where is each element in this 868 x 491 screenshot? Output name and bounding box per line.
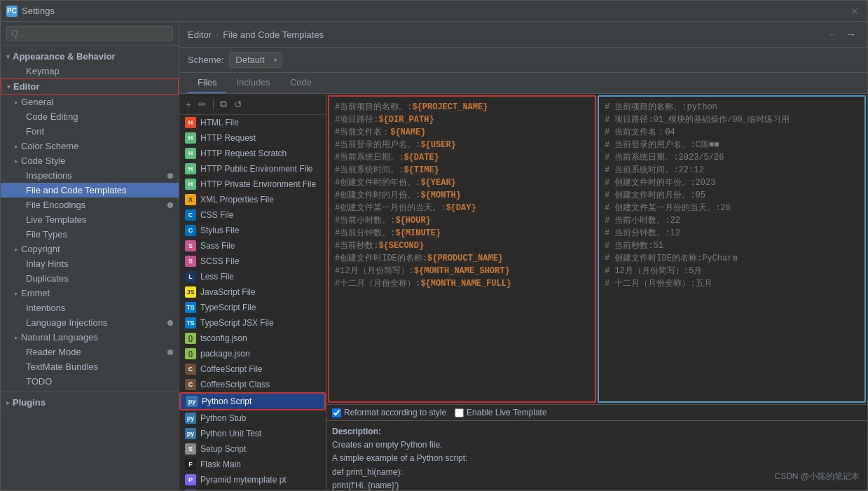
- sidebar-item-natural-languages[interactable]: ▸Natural Languages: [1, 330, 179, 345]
- file-item-python-unit-test[interactable]: pyPython Unit Test: [179, 426, 326, 441]
- live-template-checkbox[interactable]: [455, 408, 464, 417]
- sidebar-item-textmate-bundles[interactable]: TextMate Bundles: [1, 359, 179, 374]
- sidebar-item-keymap[interactable]: Keymap: [1, 64, 179, 78]
- tab-includes[interactable]: Includes: [226, 73, 280, 93]
- code-comment: # 创建文件时的月份。:05: [605, 191, 705, 200]
- sidebar-item-general[interactable]: ▸General: [1, 95, 179, 109]
- template-editor-left[interactable]: #当前项目的名称。:${PROJECT_NAME}#项目路径:${DIR_PAT…: [328, 95, 596, 403]
- file-item-flask-main[interactable]: FFlask Main: [179, 457, 326, 472]
- sidebar-item-file-types[interactable]: File Types: [1, 227, 179, 242]
- file-item-package-json[interactable]: {}package.json: [179, 346, 326, 361]
- code-variable: ${PRODUCT_NAME}: [427, 254, 503, 263]
- sidebar-search-input[interactable]: [6, 26, 173, 41]
- tree-arrow-appearance: ▾: [6, 53, 10, 60]
- sidebar-item-file-and-code-templates[interactable]: File and Code Templates: [1, 183, 179, 198]
- reformat-checkbox-label[interactable]: Reformat according to style: [332, 408, 446, 417]
- code-comment: #当前登录的用户名。:${USER}: [335, 140, 456, 150]
- window-close-btn[interactable]: ✕: [848, 4, 862, 18]
- file-name-http-request: HTTP Request: [200, 133, 256, 143]
- sidebar-item-code-style[interactable]: ▸Code Style: [1, 153, 179, 168]
- file-item-typescript-file[interactable]: TSTypeScript File: [179, 300, 326, 315]
- reformat-checkbox[interactable]: [332, 408, 341, 417]
- file-name-coffeescript-class: CoffeeScript Class: [200, 380, 270, 389]
- code-comment: #创建文件某一月份的当天。:${DAY}: [335, 203, 476, 213]
- file-item-xml-properties-file[interactable]: XXML Properties File: [179, 192, 326, 207]
- code-line-right: # 创建文件时的年份。:2023: [605, 177, 859, 189]
- file-item-tsconfig-json[interactable]: {}tsconfig.json: [179, 331, 326, 346]
- code-comment: #当前分钟数。:${MINUTE}: [335, 228, 441, 238]
- tab-code[interactable]: Code: [280, 73, 322, 93]
- file-item-pyramid-mytemplate-pt[interactable]: PPyramid mytemplate pt: [179, 472, 326, 487]
- code-comment: #12月（月份简写）:${MONTH_NAME_SHORT}: [335, 266, 510, 276]
- sidebar-item-editor[interactable]: ▾Editor: [1, 78, 179, 95]
- sidebar-item-live-templates[interactable]: Live Templates: [1, 212, 179, 227]
- code-variable: ${MONTH_NAME_FULL}: [420, 279, 511, 289]
- scheme-select[interactable]: Default Project: [229, 52, 282, 68]
- file-item-typescript-jsx-file[interactable]: TSTypeScript JSX File: [179, 315, 326, 331]
- file-item-coffeescript-file[interactable]: CCoffeeScript File: [179, 361, 326, 377]
- file-item-http-public-env-file[interactable]: HHTTP Public Environment File: [179, 161, 326, 177]
- code-comment: # 当前登录的用户名。:C陈■■: [605, 140, 719, 150]
- code-line-left: #项目路径:${DIR_PATH}: [335, 113, 589, 126]
- code-variable: ${DIR_PATH}: [378, 115, 434, 125]
- sidebar-item-language-injections[interactable]: Language Injections: [1, 315, 179, 330]
- template-editor-right[interactable]: # 当前项目的名称。:python# 项目路径:01_模块的基础操作/00_临时…: [598, 95, 866, 403]
- nav-back-btn[interactable]: ←: [825, 27, 841, 41]
- sidebar-item-copyright[interactable]: ▸Copyright: [1, 242, 179, 256]
- code-line-left: #创建文件时的月份。:${MONTH}: [335, 189, 589, 202]
- toolbar-sep: [213, 99, 214, 110]
- sidebar-item-file-encodings[interactable]: File Encodings: [1, 198, 179, 212]
- file-item-http-private-env-file[interactable]: HHTTP Private Environment File: [179, 177, 326, 192]
- file-item-pyramid-layout-pt[interactable]: PPyramid layout pt: [179, 487, 326, 490]
- file-item-javascript-file[interactable]: JSJavaScript File: [179, 284, 326, 300]
- edit-template-btn[interactable]: ✏: [196, 97, 209, 111]
- sidebar-item-font[interactable]: Font: [1, 124, 179, 139]
- sidebar-item-label-file-and-code-templates: File and Code Templates: [26, 185, 127, 195]
- code-variable: ${MONTH_NAME_SHORT}: [414, 266, 510, 276]
- editors-row: #当前项目的名称。:${PROJECT_NAME}#项目路径:${DIR_PAT…: [326, 94, 867, 404]
- sidebar-item-todo[interactable]: TODO: [1, 374, 179, 389]
- file-item-sass-file[interactable]: SSass File: [179, 238, 326, 254]
- live-template-checkbox-label[interactable]: Enable Live Template: [455, 408, 547, 417]
- sidebar-item-label-language-injections: Language Injections: [26, 317, 107, 328]
- file-icon-package-json: {}: [185, 348, 196, 359]
- tab-files[interactable]: Files: [188, 73, 226, 93]
- add-template-btn[interactable]: +: [184, 97, 193, 111]
- sidebar-item-color-scheme[interactable]: ▸Color Scheme: [1, 139, 179, 153]
- file-item-scss-file[interactable]: SSCSS File: [179, 254, 326, 269]
- file-name-html-file: HTML File: [200, 118, 239, 127]
- file-item-html-file[interactable]: HHTML File: [179, 115, 326, 130]
- file-icon-pyramid-layout-pt: P: [185, 490, 196, 490]
- file-item-setup-script[interactable]: SSetup Script: [179, 441, 326, 457]
- sidebar-item-intentions[interactable]: Intentions: [1, 300, 179, 315]
- file-item-python-script[interactable]: pyPython Script: [179, 392, 326, 410]
- sidebar-item-plugins[interactable]: ▸Plugins: [1, 395, 179, 410]
- file-item-stylus-file[interactable]: CStylus File: [179, 223, 326, 238]
- sidebar-item-appearance[interactable]: ▾Appearance & Behavior: [1, 49, 179, 64]
- nav-forward-btn[interactable]: →: [843, 27, 859, 41]
- code-comment: # 当前小时数。:22: [605, 216, 680, 226]
- file-item-coffeescript-class[interactable]: CCoffeeScript Class: [179, 377, 326, 392]
- sidebar-item-duplicates[interactable]: Duplicates: [1, 271, 179, 286]
- code-comment: # 创建文件时的年份。:2023: [605, 178, 715, 188]
- file-name-stylus-file: Stylus File: [200, 226, 239, 235]
- sidebar-item-emmet[interactable]: ▸Emmet: [1, 286, 179, 300]
- sidebar-item-reader-mode[interactable]: Reader Mode: [1, 345, 179, 359]
- sidebar-item-code-editing[interactable]: Code Editing: [1, 109, 179, 124]
- sidebar-item-inlay-hints[interactable]: Inlay Hints: [1, 256, 179, 271]
- file-item-python-stub[interactable]: pyPython Stub: [179, 410, 326, 426]
- file-icon-http-private-env-file: H: [185, 179, 196, 190]
- file-icon-python-stub: py: [185, 413, 196, 424]
- undo-template-btn[interactable]: ↺: [232, 97, 244, 111]
- file-item-css-file[interactable]: CCSS File: [179, 207, 326, 223]
- copy-template-btn[interactable]: ⧉: [218, 97, 229, 111]
- file-item-http-request[interactable]: HHTTP Request: [179, 130, 326, 146]
- sidebar-item-inspections[interactable]: Inspections: [1, 168, 179, 183]
- file-item-http-request-scratch[interactable]: HHTTP Request Scratch: [179, 146, 326, 161]
- file-item-less-file[interactable]: LLess File: [179, 269, 326, 284]
- code-comment: # 创建文件某一月份的当天。:26: [605, 203, 731, 213]
- code-line-right: # 当前文件名：04: [605, 126, 859, 139]
- file-icon-http-request-scratch: H: [185, 148, 196, 159]
- file-name-coffeescript-file: CoffeeScript File: [200, 364, 262, 374]
- code-comment: #创建文件时IDE的名称:${PRODUCT_NAME}: [335, 254, 503, 263]
